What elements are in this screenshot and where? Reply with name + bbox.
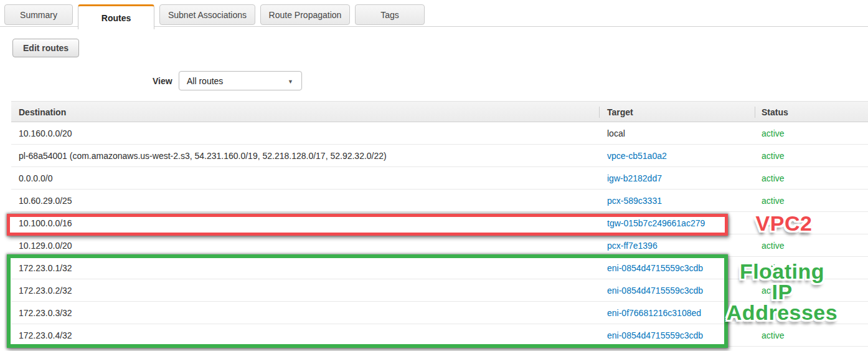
status-cell: active (755, 241, 868, 251)
table-header-row: Destination Target Status (11, 101, 868, 122)
destination-cell: pl-68a54001 (com.amazonaws.us-west-2.s3,… (11, 151, 599, 161)
target-link[interactable]: vpce-cb51a0a2 (599, 151, 755, 161)
table-row: 10.160.0.0/20 local active (11, 122, 868, 145)
table-row: 10.60.29.0/25 pcx-589c3331 active (11, 190, 868, 212)
chevron-down-icon: ▼ (288, 79, 293, 85)
tab-subnet-associations[interactable]: Subnet Associations (159, 4, 255, 25)
status-cell: active (755, 196, 868, 206)
target-link[interactable]: pcx-ff7e1396 (599, 241, 755, 251)
floating-ip-line3: Addresses (720, 302, 844, 323)
column-header-target[interactable]: Target (599, 102, 755, 123)
destination-cell: 10.129.0.0/20 (11, 241, 599, 251)
target-link[interactable]: igw-b2182dd7 (599, 173, 755, 183)
green-highlight-box (7, 254, 728, 348)
tab-tags[interactable]: Tags (355, 4, 425, 25)
destination-cell: 10.60.29.0/25 (11, 196, 599, 206)
floating-ip-line2: IP (720, 282, 844, 302)
status-cell: active (755, 173, 868, 183)
floating-ip-annotation-label: Floating IP Addresses (720, 261, 844, 323)
floating-ip-line1: Floating (720, 261, 844, 282)
destination-cell: 10.160.0.0/20 (11, 128, 599, 138)
status-cell: active (755, 151, 868, 161)
target-link[interactable]: pcx-589c3331 (599, 196, 755, 206)
tab-route-propagation[interactable]: Route Propagation (260, 4, 350, 25)
tab-summary[interactable]: Summary (4, 4, 73, 25)
vpc2-annotation-label: VPC2 (740, 211, 828, 236)
view-dropdown[interactable]: All routes ▼ (179, 71, 302, 90)
target-cell: local (599, 128, 755, 138)
status-cell: active (755, 128, 868, 138)
red-highlight-box (7, 214, 728, 236)
tab-bar: Summary Routes Subnet Associations Route… (0, 0, 868, 27)
status-cell: active (755, 330, 868, 340)
column-header-destination[interactable]: Destination (11, 102, 599, 123)
table-row: 0.0.0.0/0 igw-b2182dd7 active (11, 167, 868, 190)
destination-cell: 0.0.0.0/0 (11, 173, 599, 183)
column-header-status[interactable]: Status (755, 102, 868, 123)
edit-routes-button[interactable]: Edit routes (12, 39, 79, 57)
view-dropdown-value: All routes (187, 76, 223, 86)
table-row: 10.129.0.0/20 pcx-ff7e1396 active (11, 234, 868, 257)
tab-routes[interactable]: Routes (78, 4, 154, 29)
view-label: View (153, 76, 172, 86)
table-row: pl-68a54001 (com.amazonaws.us-west-2.s3,… (11, 145, 868, 167)
